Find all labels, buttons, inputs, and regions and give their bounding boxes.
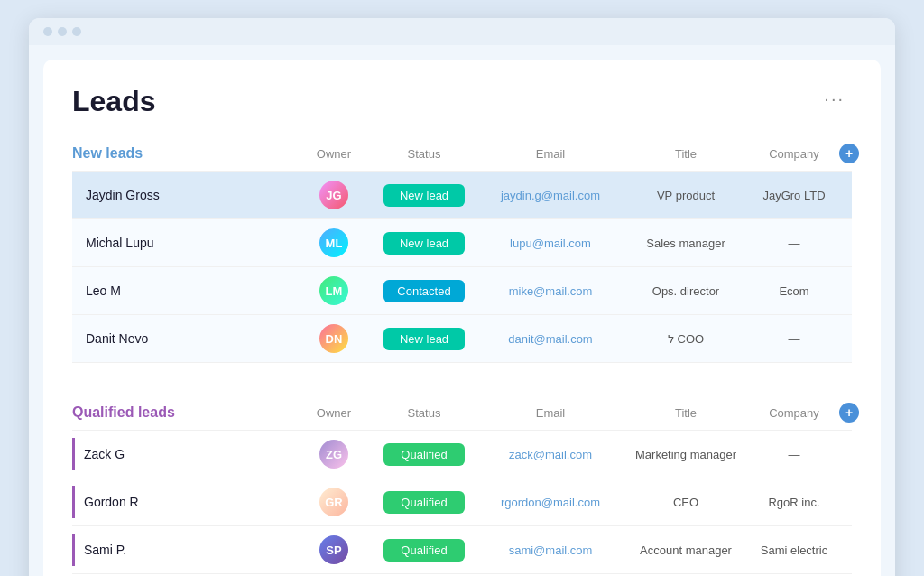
add-qualified-lead-button[interactable]: + [839, 403, 859, 423]
lead-company: — [749, 323, 839, 355]
avatar: LM [319, 276, 348, 305]
table-row[interactable]: Sami P. SP Qualified sami@mail.com Accou… [72, 525, 852, 573]
status-badge: Qualified [383, 491, 465, 514]
col-header-title-qualified: Title [623, 406, 749, 420]
table-row[interactable]: Michal Lupu ML New lead lupu@mail.com Sa… [72, 218, 852, 266]
table-row[interactable]: Leo M LM Contacted mike@mail.com Ops. di… [72, 266, 852, 314]
col-header-email-new: Email [478, 147, 623, 161]
new-leads-header: New leads Owner Status Email Title Compa… [72, 144, 852, 163]
status-badge: Qualified [383, 539, 465, 562]
lead-title: VP product [623, 180, 749, 211]
lead-action [839, 186, 875, 204]
col-header-email-qualified: Email [478, 406, 623, 420]
lead-status: Qualified [370, 530, 478, 571]
page-header: Leads ··· [72, 85, 852, 118]
lead-owner: DN [298, 315, 370, 362]
lead-status: Qualified [370, 434, 478, 475]
lead-email: jaydin.g@mail.com [478, 180, 623, 211]
main-content: Leads ··· New leads Owner Status Email T… [43, 60, 881, 576]
lead-name: Sami P. [72, 534, 298, 566]
lead-name: Leo M [72, 274, 298, 307]
lead-name: Zack G [72, 438, 298, 470]
lead-email: mike@mail.com [478, 275, 623, 307]
lead-title: CEO [623, 487, 749, 518]
qualified-leads-header: Qualified leads Owner Status Email Title… [72, 403, 852, 423]
qualified-leads-section: Qualified leads Owner Status Email Title… [72, 403, 852, 576]
status-badge: New lead [383, 328, 465, 350]
lead-owner: ML [298, 219, 370, 266]
table-row[interactable]: Gordon R GR Qualified rgordon@mail.com C… [72, 478, 852, 525]
avatar: GR [319, 488, 348, 516]
status-badge: New lead [383, 184, 465, 207]
lead-title: Sales manager [623, 228, 749, 259]
lead-title: ל COO [623, 323, 749, 355]
col-header-company-qualified: Company [749, 406, 839, 420]
window-dot-3 [72, 27, 81, 36]
col-header-owner-qualified: Owner [298, 406, 370, 420]
status-badge: Qualified [383, 443, 465, 466]
col-header-owner-new: Owner [298, 147, 370, 161]
avatar: SP [319, 535, 348, 564]
add-new-lead-button[interactable]: + [839, 144, 859, 163]
col-header-status-new: Status [370, 147, 478, 161]
col-header-status-qualified: Status [370, 406, 478, 420]
lead-status: New lead [370, 319, 478, 359]
lead-action [839, 282, 875, 300]
lead-company: — [749, 439, 839, 470]
col-header-title-new: Title [623, 147, 749, 161]
lead-company: RgoR inc. [749, 487, 839, 518]
lead-action [839, 234, 875, 252]
lead-owner: GR [298, 478, 370, 525]
lead-name: Danit Nevo [72, 322, 298, 355]
lead-name: Michal Lupu [72, 227, 298, 259]
lead-owner: SP [298, 526, 370, 573]
lead-status: New lead [370, 223, 478, 264]
avatar: JG [319, 181, 348, 209]
lead-status: Contacted [370, 271, 478, 311]
table-row[interactable]: Danit Nevo DN New lead danit@mail.com ל … [72, 314, 852, 363]
title-bar [29, 18, 895, 45]
avatar: ZG [319, 440, 348, 469]
lead-company: Ecom [749, 275, 839, 307]
table-row[interactable]: Jaydin Gross JG New lead jaydin.g@mail.c… [72, 171, 852, 218]
lead-title: Ops. director [623, 275, 749, 307]
lead-status: New lead [370, 175, 478, 216]
lead-action [839, 493, 875, 511]
lead-owner: LM [298, 267, 370, 314]
new-leads-section: New leads Owner Status Email Title Compa… [72, 144, 852, 363]
lead-email: danit@mail.com [478, 323, 623, 355]
lead-company: — [749, 228, 839, 259]
new-leads-title: New leads [72, 145, 298, 162]
window-dot-2 [58, 27, 67, 36]
lead-email: zack@mail.com [478, 439, 623, 470]
lead-email: lupu@mail.com [478, 228, 623, 259]
qualified-leads-title: Qualified leads [72, 404, 298, 421]
window-dot-1 [43, 27, 52, 36]
lead-action [839, 445, 875, 463]
lead-status: Qualified [370, 482, 478, 523]
lead-email: rgordon@mail.com [478, 487, 623, 518]
lead-action [839, 330, 875, 348]
lead-owner: JG [298, 172, 370, 218]
status-badge: Contacted [383, 280, 465, 302]
app-window: Leads ··· New leads Owner Status Email T… [29, 18, 895, 576]
avatar: ML [319, 228, 348, 257]
lead-company: Sami electric [749, 534, 839, 566]
lead-title: Marketing manager [623, 439, 749, 470]
lead-action [839, 541, 875, 559]
section-spacer [72, 392, 852, 403]
lead-owner: ZG [298, 431, 370, 478]
col-header-company-new: Company [749, 147, 839, 161]
lead-title: Account manager [623, 534, 749, 566]
lead-name: Jaydin Gross [72, 179, 298, 211]
more-options-button[interactable]: ··· [817, 85, 852, 113]
page-title: Leads [72, 85, 155, 118]
lead-email: sami@mail.com [478, 534, 623, 566]
table-row[interactable]: Zack G ZG Qualified zack@mail.com Market… [72, 430, 852, 478]
lead-name: Gordon R [72, 486, 298, 518]
status-badge: New lead [383, 232, 465, 255]
lead-company: JayGro LTD [749, 180, 839, 211]
avatar: DN [319, 324, 348, 353]
